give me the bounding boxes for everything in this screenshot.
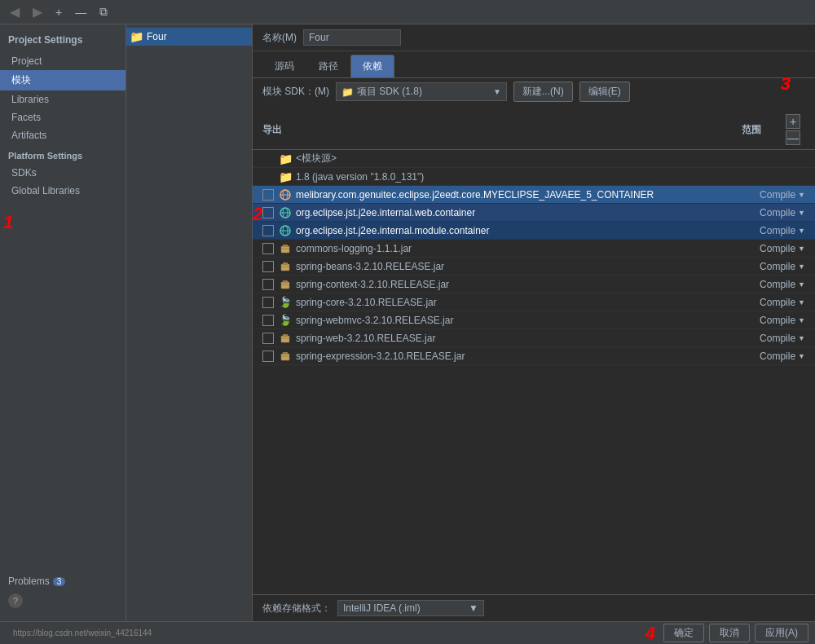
dep-checkbox[interactable]	[262, 189, 274, 201]
dep-scope[interactable]: Compile ▼	[740, 207, 805, 218]
sidebar-item-global-libraries[interactable]: Global Libraries	[0, 182, 126, 200]
table-row[interactable]: 📁<模块源>	[253, 150, 815, 168]
dep-icon-jar	[279, 332, 292, 345]
footer-watermark: https://blog.csdn.net/weixin_44216144	[7, 629, 641, 637]
sidebar-item-artifacts[interactable]: Artifacts	[0, 126, 126, 144]
tab-path[interactable]: 路径	[306, 55, 350, 77]
sidebar-bottom: Problems 3 ?	[0, 569, 126, 615]
dep-name: melibrary.com.genuitec.eclipse.j2eedt.co…	[296, 189, 740, 201]
table-row[interactable]: spring-beans-3.2.10.RELEASE.jarCompile ▼	[253, 258, 815, 276]
help-button[interactable]: ?	[8, 593, 23, 608]
dep-icon-globe-orange	[279, 188, 292, 201]
sdk-select[interactable]: 📁 项目 SDK (1.8) ▼	[336, 82, 507, 101]
dep-name: org.eclipse.jst.j2ee.internal.module.con…	[296, 225, 740, 236]
dep-scope[interactable]: Compile ▼	[740, 333, 805, 344]
dep-scope[interactable]: Compile ▼	[740, 243, 805, 254]
dep-icon-folder-blue: 📁	[279, 170, 292, 183]
sidebar-item-facets[interactable]: Facets	[0, 108, 126, 126]
dep-name: commons-logging-1.1.1.jar	[296, 243, 740, 254]
dep-checkbox[interactable]	[262, 243, 274, 254]
svg-rect-21	[281, 354, 289, 360]
module-tree-item-four[interactable]: 📁 Four	[126, 28, 252, 46]
table-row[interactable]: spring-expression-3.2.10.RELEASE.jarComp…	[253, 347, 815, 365]
new-sdk-button[interactable]: 新建...(N)	[513, 82, 573, 102]
svg-rect-16	[283, 280, 288, 283]
dep-scope[interactable]: Compile ▼	[740, 189, 805, 201]
dep-name: 1.8 (java version "1.8.0_131")	[296, 171, 805, 183]
tabs-bar: 源码 路径 依赖	[253, 51, 815, 78]
add-dependency-btn[interactable]: +	[786, 114, 800, 129]
table-row[interactable]: org.eclipse.jst.j2ee.internal.module.con…	[253, 222, 815, 240]
dep-checkbox[interactable]	[262, 297, 274, 308]
remove-toolbar-btn[interactable]: —	[72, 4, 90, 20]
dep-checkbox[interactable]	[262, 279, 274, 290]
table-row[interactable]: melibrary.com.genuitec.eclipse.j2eedt.co…	[253, 186, 815, 204]
apply-button[interactable]: 应用(A)	[755, 624, 808, 642]
sdk-row: 模块 SDK：(M) 📁 项目 SDK (1.8) ▼ 新建...(N) 编辑(…	[253, 78, 815, 105]
table-row[interactable]: spring-context-3.2.10.RELEASE.jarCompile…	[253, 276, 815, 293]
dep-checkbox[interactable]	[262, 315, 274, 326]
svg-rect-10	[283, 245, 288, 247]
add-toolbar-btn[interactable]: +	[52, 4, 65, 20]
cancel-button[interactable]: 取消	[709, 624, 750, 642]
table-row[interactable]: spring-web-3.2.10.RELEASE.jarCompile ▼	[253, 329, 815, 347]
dep-checkbox[interactable]	[262, 207, 274, 218]
dep-name: spring-beans-3.2.10.RELEASE.jar	[296, 261, 740, 272]
dep-icon-jar	[279, 242, 292, 255]
table-row[interactable]: 📁1.8 (java version "1.8.0_131")	[253, 168, 815, 186]
format-label: 依赖存储格式：	[262, 602, 331, 615]
sidebar-item-sdks[interactable]: SDKs	[0, 164, 126, 182]
nav-forward-btn[interactable]: ▶	[29, 2, 46, 21]
svg-rect-15	[281, 282, 289, 289]
tab-dependencies[interactable]: 依赖	[350, 55, 394, 77]
table-row[interactable]: 🍃spring-webmvc-3.2.10.RELEASE.jarCompile…	[253, 311, 815, 329]
problems-label: Problems	[8, 576, 50, 587]
format-select[interactable]: IntelliJ IDEA (.iml) ▼	[337, 600, 484, 616]
tab-source[interactable]: 源码	[262, 55, 306, 77]
dep-scope[interactable]: Compile ▼	[740, 315, 805, 326]
sidebar-item-modules[interactable]: 模块	[0, 70, 126, 90]
module-name-input[interactable]	[303, 29, 401, 46]
dep-checkbox[interactable]	[262, 333, 274, 344]
add-remove-buttons: + —	[786, 112, 805, 147]
dependencies-table: 📁<模块源>📁1.8 (java version "1.8.0_131")mel…	[253, 150, 815, 594]
format-value: IntelliJ IDEA (.iml)	[343, 602, 421, 614]
edit-sdk-button[interactable]: 编辑(E)	[579, 82, 630, 102]
dep-name: spring-core-3.2.10.RELEASE.jar	[296, 297, 740, 308]
table-row[interactable]: 🍃spring-core-3.2.10.RELEASE.jarCompile ▼	[253, 293, 815, 311]
scope-label: 范围	[680, 123, 761, 137]
export-label: 导出	[262, 123, 680, 137]
problems-badge: 3	[53, 577, 66, 586]
dep-scope[interactable]: Compile ▼	[740, 225, 805, 236]
dep-checkbox[interactable]	[262, 351, 274, 362]
copy-toolbar-btn[interactable]: ⧉	[96, 3, 111, 20]
dep-scope[interactable]: Compile ▼	[740, 351, 805, 362]
dep-name: spring-expression-3.2.10.RELEASE.jar	[296, 351, 740, 362]
ok-button[interactable]: 确定	[663, 624, 704, 642]
annotation-4: 4	[645, 623, 655, 644]
table-row[interactable]: commons-logging-1.1.1.jarCompile ▼	[253, 240, 815, 258]
sidebar: Project Settings Project 模块 Libraries Fa…	[0, 24, 126, 621]
dep-icon-spring: 🍃	[279, 314, 292, 327]
sidebar-item-project[interactable]: Project	[0, 52, 126, 70]
table-row[interactable]: org.eclipse.jst.j2ee.internal.web.contai…	[253, 204, 815, 222]
sidebar-problems[interactable]: Problems 3	[0, 572, 126, 590]
svg-rect-13	[283, 262, 288, 265]
remove-dependency-btn[interactable]: —	[786, 130, 800, 145]
dep-scope[interactable]: Compile ▼	[740, 297, 805, 308]
dep-name: spring-context-3.2.10.RELEASE.jar	[296, 279, 740, 290]
dep-scope[interactable]: Compile ▼	[740, 261, 805, 272]
dep-icon-spring: 🍃	[279, 296, 292, 309]
sidebar-item-libraries[interactable]: Libraries	[0, 90, 126, 108]
name-bar: 名称(M)	[253, 24, 815, 51]
nav-back-btn[interactable]: ◀	[7, 2, 23, 21]
dep-icon-jar	[279, 350, 292, 363]
dep-scope[interactable]: Compile ▼	[740, 279, 805, 290]
format-dropdown-icon: ▼	[469, 602, 478, 614]
bottom-section: 依赖存储格式： IntelliJ IDEA (.iml) ▼	[253, 594, 815, 621]
module-tree-panel: 📁 Four	[126, 24, 253, 621]
footer: https://blog.csdn.net/weixin_44216144 4 …	[0, 621, 815, 644]
dep-checkbox[interactable]	[262, 261, 274, 272]
dep-checkbox[interactable]	[262, 225, 274, 236]
sdk-select-inner: 📁 项目 SDK (1.8)	[341, 85, 422, 99]
